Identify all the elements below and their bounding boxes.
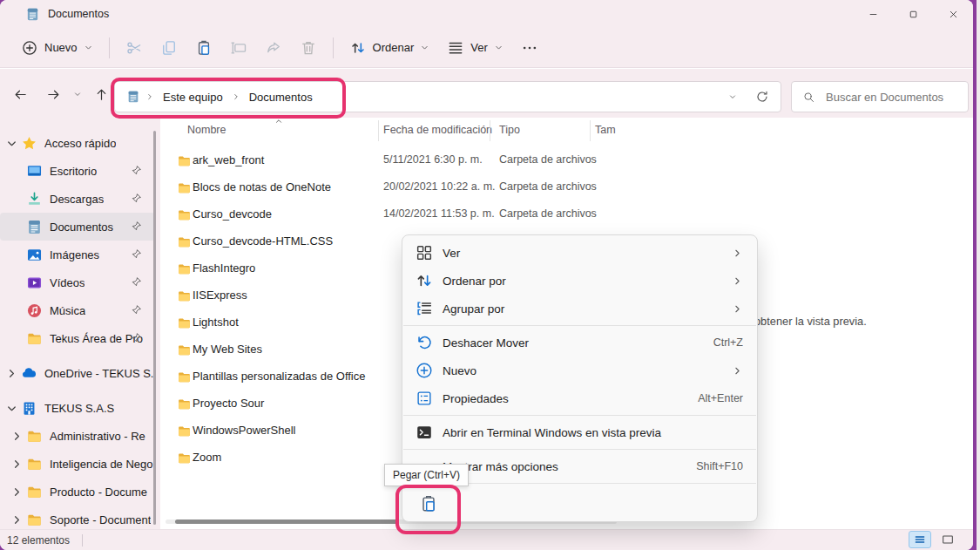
folder-icon xyxy=(177,207,192,222)
menu-item-nuevo[interactable]: Nuevo xyxy=(406,356,754,384)
menu-item-deshacer-mover[interactable]: Deshacer Mover Ctrl+Z xyxy=(406,329,754,356)
details-view-icon xyxy=(913,533,927,547)
chevron-down-icon[interactable] xyxy=(5,137,18,150)
rename-icon xyxy=(230,39,247,57)
menu-separator xyxy=(403,325,756,326)
new-button-label: Nuevo xyxy=(44,41,78,54)
cell-name: Zoom xyxy=(193,451,221,464)
menu-item-abrir-terminal[interactable]: Abrir en Terminal Windows en vista previ… xyxy=(406,418,754,446)
desktop-edge xyxy=(977,0,980,550)
view-lines-icon xyxy=(447,39,464,57)
minimize-button[interactable] xyxy=(853,0,893,28)
breadcrumb-documents[interactable]: Documentos xyxy=(246,91,316,104)
sidebar-item-videos[interactable]: Vídeos xyxy=(0,268,155,296)
menu-item-propiedades[interactable]: Propiedades Alt+Enter xyxy=(406,384,754,412)
sidebar-item-tekus-s-a-s[interactable]: TEKUS S.A.S xyxy=(0,394,155,422)
sort-button[interactable]: Ordenar xyxy=(341,33,439,63)
pin-icon xyxy=(130,192,143,205)
pin-icon xyxy=(130,220,143,233)
chevron-right-icon xyxy=(732,248,743,259)
details-view-toggle[interactable] xyxy=(909,531,931,548)
folder-icon xyxy=(177,397,192,411)
chevron-right-icon[interactable] xyxy=(10,513,24,526)
folder-icon xyxy=(177,234,192,249)
copy-button[interactable] xyxy=(152,32,186,64)
trash-icon xyxy=(300,39,317,57)
search-box[interactable] xyxy=(791,81,969,112)
sidebar-item-tekus-area-de-pro[interactable]: Tekus Área de Pro xyxy=(0,324,155,352)
column-divider[interactable] xyxy=(590,120,591,141)
share-button[interactable] xyxy=(256,32,291,64)
search-input[interactable] xyxy=(824,90,958,105)
delete-button[interactable] xyxy=(291,32,326,64)
folder-icon xyxy=(177,370,192,384)
sidebar-item-documentos[interactable]: Documentos xyxy=(0,213,155,241)
chevron-down-icon[interactable] xyxy=(5,402,18,415)
thumbnail-view-toggle[interactable] xyxy=(936,531,959,548)
file-row-ark-web-front[interactable]: ark_web_front5/11/2021 6:30 p. m.Carpeta… xyxy=(160,147,973,174)
sort-icon xyxy=(349,39,367,57)
file-row-curso-devcode[interactable]: Curso_devcode14/02/2021 11:53 p. m.Carpe… xyxy=(160,201,973,228)
address-bar[interactable]: Este equipo Documentos xyxy=(114,81,781,112)
chevron-right-icon[interactable] xyxy=(5,367,18,380)
cloud-icon xyxy=(21,365,37,382)
sidebar-item-onedrive-tekus-s-a[interactable]: OneDrive - TEKUS S.A xyxy=(0,359,155,387)
sidebar-item-musica[interactable]: Música xyxy=(0,296,155,324)
undo-icon xyxy=(415,333,434,352)
back-button[interactable] xyxy=(7,81,33,107)
column-divider[interactable] xyxy=(490,120,490,141)
sidebar-item-inteligencia-de-nego[interactable]: Inteligencia de Nego xyxy=(0,450,155,478)
menu-item-ordenar-por[interactable]: Ordenar por xyxy=(406,267,754,295)
sidebar-item-label: OneDrive - TEKUS S.A xyxy=(44,367,155,380)
sort-button-label: Ordenar xyxy=(373,41,415,54)
paste-icon xyxy=(419,494,438,513)
chevron-right-icon xyxy=(732,303,743,315)
folder-icon xyxy=(177,424,192,438)
column-divider[interactable] xyxy=(378,120,379,141)
maximize-button[interactable] xyxy=(893,0,933,28)
sidebar-item-administrativo-re[interactable]: Administrativo - Re xyxy=(0,422,155,450)
column-header-date[interactable]: Fecha de modificación xyxy=(383,124,492,136)
more-options-button[interactable] xyxy=(512,32,547,64)
recent-locations-button[interactable] xyxy=(68,81,87,107)
maximize-icon xyxy=(908,9,919,20)
sidebar-item-imagenes[interactable]: Imágenes xyxy=(0,241,155,268)
refresh-button[interactable] xyxy=(749,82,775,112)
sidebar-item-acceso-rapido[interactable]: Acceso rápido xyxy=(0,129,155,157)
sidebar-item-producto-docume[interactable]: Producto - Docume xyxy=(0,478,155,506)
chevron-right-icon[interactable] xyxy=(10,430,24,443)
new-button[interactable]: Nuevo xyxy=(12,33,102,63)
scrollbar-thumb[interactable] xyxy=(175,519,398,524)
menu-item-agrupar-por[interactable]: Agrupar por xyxy=(406,295,754,323)
folder-icon xyxy=(177,261,192,276)
column-header-type[interactable]: Tipo xyxy=(499,124,520,136)
view-button[interactable]: Ver xyxy=(438,33,512,63)
menu-item-ver[interactable]: Ver xyxy=(406,239,754,267)
file-row-blocs-de-notas-de-onenote[interactable]: Blocs de notas de OneNote20/02/2021 10:2… xyxy=(160,174,973,201)
paste-button[interactable] xyxy=(411,489,446,519)
paste-toolbar-button[interactable] xyxy=(186,32,221,64)
close-button[interactable] xyxy=(933,0,973,28)
documents-location-icon xyxy=(126,90,140,104)
chevron-right-icon[interactable] xyxy=(10,485,24,499)
chevron-down-icon xyxy=(728,92,737,101)
folder-icon xyxy=(177,289,192,303)
rename-button[interactable] xyxy=(221,32,256,64)
sidebar-item-descargas[interactable]: Descargas xyxy=(0,185,155,213)
forward-button[interactable] xyxy=(40,81,66,107)
address-dropdown-button[interactable] xyxy=(720,82,746,112)
sidebar-item-escritorio[interactable]: Escritorio xyxy=(0,157,155,185)
chevron-right-icon xyxy=(232,92,240,101)
sidebar-item-soporte-document[interactable]: Soporte - Document xyxy=(0,506,155,530)
up-button[interactable] xyxy=(88,81,114,107)
column-header-size[interactable]: Tam xyxy=(595,124,616,136)
titlebar[interactable]: Documentos xyxy=(0,0,973,28)
chevron-right-icon[interactable] xyxy=(10,458,24,471)
cut-button[interactable] xyxy=(117,32,152,64)
cell-name: My Web Sites xyxy=(193,343,262,356)
column-header-name[interactable]: Nombre xyxy=(187,124,226,136)
breadcrumb-this-pc[interactable]: Este equipo xyxy=(159,91,226,104)
menu-separator xyxy=(403,449,756,450)
cell-name: IISExpress xyxy=(193,289,247,302)
sidebar-scrollbar[interactable] xyxy=(153,131,156,525)
